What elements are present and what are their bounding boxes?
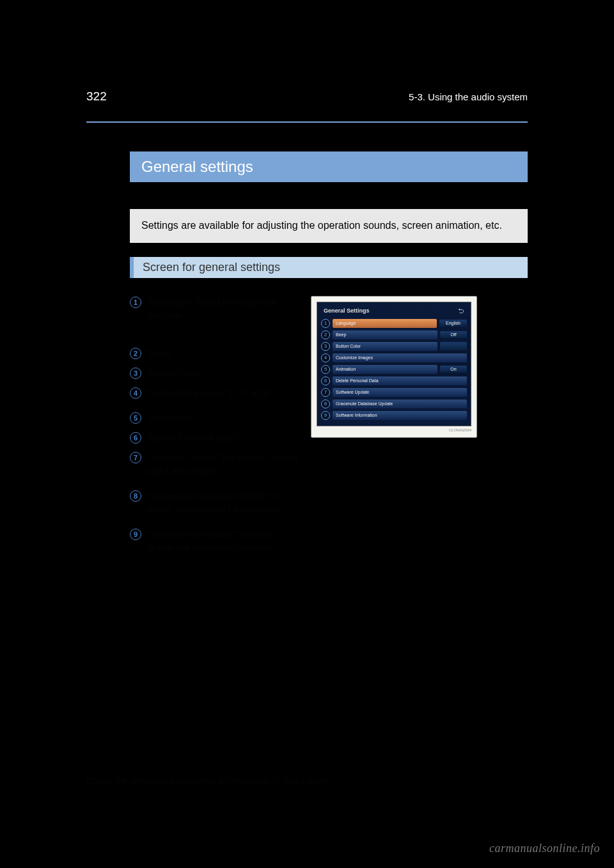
row-label: Button Color — [336, 344, 434, 348]
row-label: Software Update — [336, 390, 464, 394]
row-label-container[interactable]: Button Color — [333, 342, 437, 351]
watermark: carmanualsonline.info — [489, 842, 600, 855]
item-number-icon: 4 — [130, 387, 141, 399]
item-text: "Software Information" Select to display… — [146, 528, 299, 555]
list-item: 5 "Animation" — [130, 412, 299, 425]
list-item: 8 "Gracenote Database Update" For detail… — [130, 490, 299, 516]
row-value[interactable] — [440, 342, 467, 350]
item-number-icon: 5 — [130, 412, 141, 424]
row-label: Gracenote Database Update — [336, 401, 464, 406]
list-item: 4 "Customize Images" (→P. 323) — [130, 387, 299, 400]
row-label-container[interactable]: Language — [333, 319, 437, 328]
row-marker-icon: 6 — [321, 376, 330, 385]
menu-row[interactable]: 7Software Update — [321, 387, 467, 398]
row-label-container[interactable]: Beep — [333, 330, 437, 339]
menu-row[interactable]: 3Button Color — [321, 341, 467, 352]
row-marker-icon: 2 — [321, 330, 330, 339]
list-item: 2 "Beep" — [130, 347, 299, 360]
settings-screen: General Settings ⮌ 1LanguageEnglish2Beep… — [317, 302, 471, 426]
pdf-note: CT200h_OM_OM76215U_(U).book Page 322 Fri… — [86, 777, 327, 785]
divider — [86, 121, 528, 123]
row-label: Customize Images — [336, 355, 464, 360]
list-item: 6 "Delete Personal Data" — [130, 431, 299, 445]
item-number-icon: 3 — [130, 368, 141, 379]
item-text: "Beep" — [146, 347, 299, 360]
item-text: "Animation" — [146, 412, 299, 425]
row-marker-icon: 9 — [321, 411, 330, 420]
row-label: Language — [336, 321, 434, 325]
item-text: "Delete Personal Data" — [146, 431, 299, 445]
menu-row[interactable]: 2BeepOff — [321, 330, 467, 340]
item-number-icon: 2 — [130, 348, 141, 359]
items-list: 1 "Language" Select to change the langua… — [130, 296, 299, 560]
item-text: "Software Update" For details, contact y… — [146, 451, 299, 478]
row-label: Software Information — [336, 413, 464, 417]
row-marker-icon: 4 — [321, 353, 330, 362]
screen-title: General Settings — [324, 307, 370, 314]
row-label-container[interactable]: Gracenote Database Update — [333, 399, 467, 408]
back-icon[interactable]: ⮌ — [458, 307, 464, 314]
item-number-icon: 1 — [130, 297, 141, 308]
item-number-icon: 7 — [130, 452, 141, 463]
menu-row[interactable]: 1LanguageEnglish — [321, 318, 467, 329]
row-marker-icon: 5 — [321, 365, 330, 374]
item-text: "Customize Images" (→P. 323) — [146, 387, 299, 400]
row-label: Delete Personal Data — [336, 378, 464, 383]
description-box: Settings are available for adjusting the… — [130, 209, 528, 243]
list-item: 1 "Language" Select to change the langua… — [130, 296, 299, 323]
menu-row[interactable]: 4Customize Images — [321, 353, 467, 363]
row-marker-icon: 8 — [321, 399, 330, 408]
row-label-container[interactable]: Software Information — [333, 411, 467, 420]
row-label-container[interactable]: Animation — [333, 365, 437, 374]
menu-row[interactable]: 8Gracenote Database Update — [321, 399, 467, 409]
list-item: 9 "Software Information" Select to displ… — [130, 528, 299, 555]
row-label-container[interactable]: Delete Personal Data — [333, 376, 467, 385]
screenshot-code: CLYAVAZ034 — [317, 428, 471, 432]
menu-row[interactable]: 5AnimationOn — [321, 364, 467, 375]
list-item: 3 "Button Color" — [130, 367, 299, 380]
list-item: 7 "Software Update" For details, contact… — [130, 451, 299, 478]
row-label-container[interactable]: Software Update — [333, 388, 467, 397]
title-bar: General settings — [130, 151, 528, 182]
item-text: "Gracenote Database Update" For details,… — [146, 490, 299, 516]
row-marker-icon: 7 — [321, 388, 330, 397]
item-number-icon: 9 — [130, 529, 141, 540]
chapter-title: 5-3. Using the audio system — [409, 91, 528, 102]
item-number-icon: 8 — [130, 490, 141, 502]
menu-row[interactable]: 6Delete Personal Data — [321, 376, 467, 386]
row-marker-icon: 1 — [321, 319, 330, 328]
row-label-container[interactable]: Customize Images — [333, 353, 467, 362]
subtitle-bar: Screen for general settings — [130, 257, 528, 278]
row-value[interactable]: English — [439, 320, 467, 327]
row-label: Animation — [336, 367, 434, 371]
item-text: "Language" Select to change the language… — [146, 296, 299, 323]
item-number-icon: 6 — [130, 432, 141, 444]
item-text: "Button Color" — [146, 367, 299, 380]
row-value[interactable]: Off — [440, 331, 467, 338]
row-label: Beep — [336, 332, 434, 337]
page-number: 322 — [86, 89, 107, 104]
row-value[interactable]: On — [440, 366, 467, 373]
menu-row[interactable]: 9Software Information — [321, 410, 467, 421]
screenshot-frame: General Settings ⮌ 1LanguageEnglish2Beep… — [311, 296, 477, 438]
row-marker-icon: 3 — [321, 342, 330, 351]
